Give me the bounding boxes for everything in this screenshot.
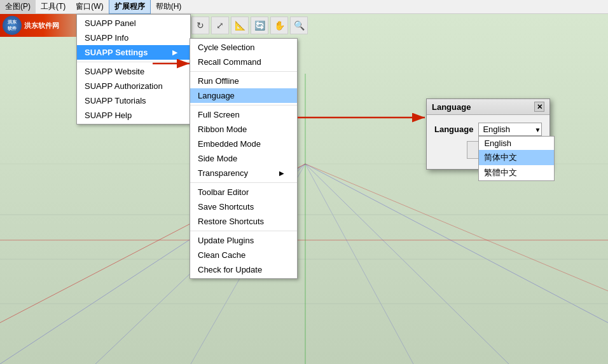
menu-update-plugins[interactable]: Update Plugins [190, 233, 297, 248]
menu-extensions[interactable]: 扩展程序 [109, 0, 151, 14]
separator-2c [190, 182, 297, 183]
menu-language[interactable]: Language [190, 88, 297, 103]
toolbar-btn-orbit[interactable]: 🔄 [251, 17, 268, 34]
menu-side-mode[interactable]: Side Mode [190, 151, 297, 166]
menu-cycle-selection[interactable]: Cycle Selection [190, 40, 297, 55]
menu-file[interactable]: 全图(P) [0, 0, 36, 13]
separator-2d [190, 231, 297, 231]
menu-suapp-tutorials[interactable]: SUAPP Tutorials [77, 93, 190, 108]
menu-toolbar-editor[interactable]: Toolbar Editor [190, 185, 297, 199]
language-dialog: Language ✕ Language English ▼ English 简体… [426, 98, 550, 170]
menu-transparency[interactable]: Transparency ▶ [190, 166, 297, 180]
menu-tools[interactable]: 工具(T) [36, 0, 71, 13]
extensions-menu-popup: SUAPP Panel SUAPP Info SUAPP Settings ▶ … [76, 14, 191, 125]
language-row: Language English ▼ English 简体中文 繁體中文 [434, 123, 542, 136]
logo-text: 洪东软件网 [24, 21, 59, 30]
separator-2a [190, 71, 297, 72]
separator-1 [77, 62, 190, 62]
dialog-close-button[interactable]: ✕ [534, 102, 544, 112]
submenu-arrow-transparency: ▶ [279, 170, 284, 177]
toolbar-btn-zoom[interactable]: 🔍 [290, 17, 308, 34]
suapp-settings-menu: Cycle Selection Recall Command Run Offli… [190, 38, 298, 279]
menu-help[interactable]: 帮助(H) [151, 0, 187, 13]
svg-line-13 [305, 164, 608, 291]
toolbar-btn-scale[interactable]: ⤢ [211, 17, 229, 34]
menu-window[interactable]: 窗口(W) [71, 0, 108, 13]
menu-suapp-website[interactable]: SUAPP Website [77, 64, 190, 79]
menu-run-offline[interactable]: Run Offline [190, 74, 297, 88]
menu-embedded-mode[interactable]: Embedded Mode [190, 137, 297, 151]
toolbar-btn-tape[interactable]: 📐 [231, 17, 249, 34]
menu-suapp-help[interactable]: SUAPP Help [77, 108, 190, 123]
submenu-arrow-settings: ▶ [172, 49, 177, 56]
dialog-title-bar: Language ✕ [427, 99, 549, 115]
separator-2b [190, 105, 297, 105]
menu-full-screen[interactable]: Full Screen [190, 107, 297, 122]
menu-suapp-auth[interactable]: SUAPP Authorization [77, 79, 190, 93]
menu-check-update[interactable]: Check for Update [190, 262, 297, 277]
option-english[interactable]: English [479, 137, 554, 150]
menu-clean-cache[interactable]: Clean Cache [190, 248, 297, 262]
toolbar-btn-pan[interactable]: ✋ [270, 17, 288, 34]
menu-restore-shortcuts[interactable]: Restore Shortcuts [190, 214, 297, 229]
svg-line-6 [305, 164, 413, 364]
menubar: 全图(P) 工具(T) 窗口(W) 扩展程序 帮助(H) [0, 0, 608, 14]
language-dropdown: English 简体中文 繁體中文 [478, 136, 555, 181]
toolbar-btn-rotate[interactable]: ↻ [191, 17, 209, 34]
extensions-menu: SUAPP Panel SUAPP Info SUAPP Settings ▶ … [76, 14, 191, 125]
option-simplified-chinese[interactable]: 简体中文 [479, 150, 554, 165]
svg-line-4 [305, 164, 608, 323]
language-label: Language [434, 125, 473, 134]
menu-suapp-panel[interactable]: SUAPP Panel [77, 16, 190, 30]
menu-ribbon-mode[interactable]: Ribbon Mode [190, 122, 297, 137]
dialog-body: Language English ▼ English 简体中文 繁體中文 确定 [427, 115, 549, 169]
suapp-settings-popup: Cycle Selection Recall Command Run Offli… [190, 38, 298, 279]
svg-line-5 [305, 164, 509, 364]
menu-suapp-settings[interactable]: SUAPP Settings ▶ [77, 45, 190, 60]
language-select[interactable]: English [478, 123, 542, 136]
dialog-title-text: Language [432, 102, 471, 112]
app-logo: 洪东软件 [3, 16, 22, 35]
menu-recall-command[interactable]: Recall Command [190, 55, 297, 69]
language-select-wrapper: English ▼ English 简体中文 繁體中文 [478, 123, 542, 136]
menu-save-shortcuts[interactable]: Save Shortcuts [190, 199, 297, 214]
option-traditional-chinese[interactable]: 繁體中文 [479, 165, 554, 180]
select-dropdown-arrow: ▼ [535, 126, 541, 133]
menu-suapp-info[interactable]: SUAPP Info [77, 30, 190, 45]
